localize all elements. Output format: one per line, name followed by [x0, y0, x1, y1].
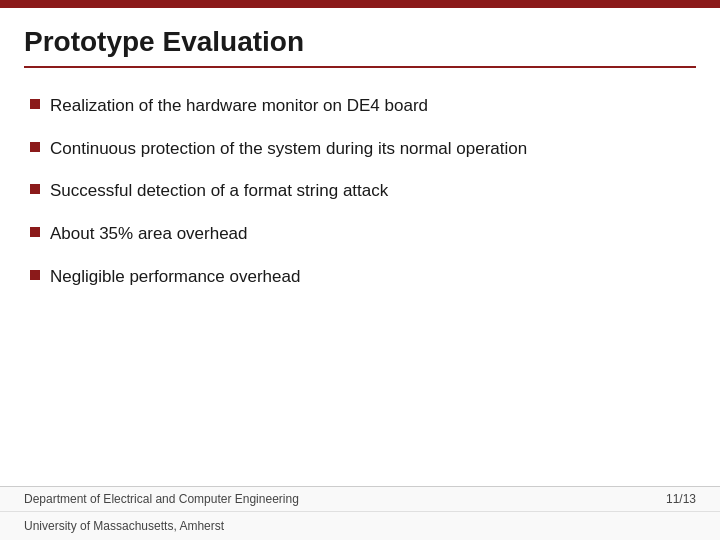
bullet-text-4: About 35% area overhead: [50, 222, 690, 247]
top-bar: [0, 0, 720, 8]
footer-department: Department of Electrical and Computer En…: [24, 492, 299, 506]
bullet-square-3: [30, 184, 40, 194]
bullet-text-5: Negligible performance overhead: [50, 265, 690, 290]
footer-row2: University of Massachusetts, Amherst: [0, 511, 720, 540]
bullet-square-2: [30, 142, 40, 152]
slide: Prototype Evaluation Realization of the …: [0, 0, 720, 540]
bullet-square-4: [30, 227, 40, 237]
slide-title: Prototype Evaluation: [24, 26, 696, 58]
footer-row1: Department of Electrical and Computer En…: [0, 487, 720, 511]
footer-university: University of Massachusetts, Amherst: [24, 519, 224, 533]
content-section: Realization of the hardware monitor on D…: [0, 78, 720, 540]
bullet-text-1: Realization of the hardware monitor on D…: [50, 94, 690, 119]
bullet-item-1: Realization of the hardware monitor on D…: [30, 94, 690, 119]
bullet-text-2: Continuous protection of the system duri…: [50, 137, 690, 162]
bullet-square-1: [30, 99, 40, 109]
bullet-item-4: About 35% area overhead: [30, 222, 690, 247]
footer-page-number: 11/13: [666, 492, 696, 506]
bullet-square-5: [30, 270, 40, 280]
bullet-item-3: Successful detection of a format string …: [30, 179, 690, 204]
bullet-item-2: Continuous protection of the system duri…: [30, 137, 690, 162]
title-divider: [24, 66, 696, 68]
footer-section: Department of Electrical and Computer En…: [0, 486, 720, 540]
bullet-text-3: Successful detection of a format string …: [50, 179, 690, 204]
title-section: Prototype Evaluation: [0, 8, 720, 78]
bullet-item-5: Negligible performance overhead: [30, 265, 690, 290]
